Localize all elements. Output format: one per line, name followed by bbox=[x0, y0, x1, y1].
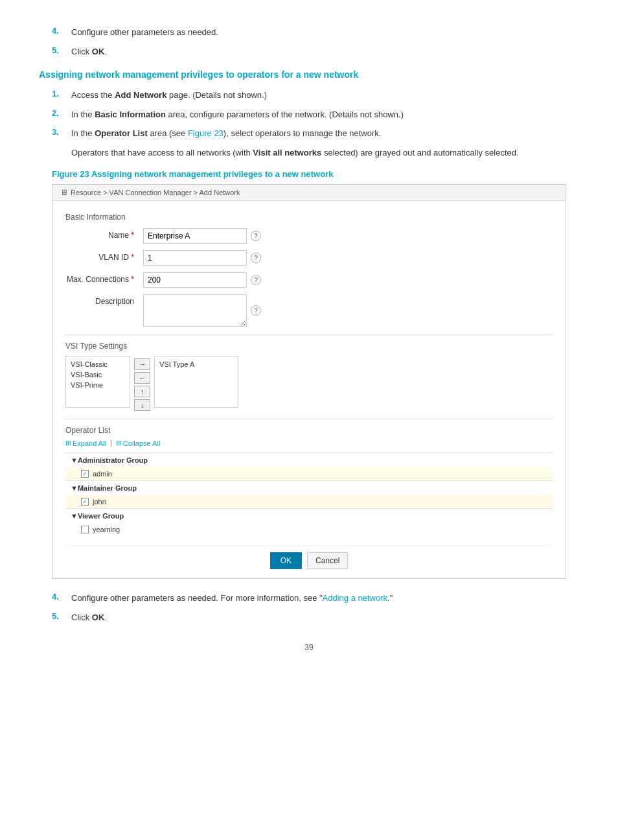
vsi-list-item-classic[interactable]: VSI-Classic bbox=[69, 359, 127, 369]
step-item: 2. In the Basic Information area, config… bbox=[39, 108, 579, 121]
step-text: In the Basic Information area, configure… bbox=[71, 108, 404, 121]
operator-group-viewer: ▼ Viewer Group yearning bbox=[65, 508, 553, 536]
collapse-label: Collapse All bbox=[123, 439, 160, 447]
maintainer-group-header[interactable]: ▼ Maintainer Group bbox=[65, 480, 553, 495]
vlanid-help-icon[interactable]: ? bbox=[251, 253, 261, 263]
vsi-add-button[interactable]: → bbox=[134, 358, 150, 370]
step-item: 1. Access the Add Network page. (Details… bbox=[39, 89, 579, 102]
collapse-all-link[interactable]: ⊟ Collapse All bbox=[116, 439, 160, 447]
operator-group-maintainer: ▼ Maintainer Group john bbox=[65, 480, 553, 508]
form-row-maxconn: Max. Connections * ? bbox=[65, 272, 553, 288]
maintainer-group-name: Maintainer Group bbox=[78, 484, 137, 492]
step3-note: Operators that have access to all networ… bbox=[71, 146, 579, 159]
step-number: 1. bbox=[52, 89, 71, 102]
basic-info-label: Basic Information bbox=[65, 213, 553, 222]
vsi-section-label: VSI Type Settings bbox=[65, 342, 553, 351]
vsi-area: VSI-Classic VSI-Basic VSI-Prime → ← ↑ ↓ … bbox=[65, 356, 553, 411]
admin-checkbox[interactable] bbox=[81, 470, 89, 478]
figure-caption: Figure 23 Assigning network management p… bbox=[52, 169, 579, 179]
ok-button[interactable]: OK bbox=[270, 552, 302, 569]
top-steps: 4. Configure other parameters as needed.… bbox=[39, 26, 579, 58]
vsi-list-item-basic[interactable]: VSI-Basic bbox=[69, 369, 127, 380]
step-item-4: 4. Configure other parameters as needed.… bbox=[39, 592, 579, 605]
description-textarea[interactable] bbox=[143, 294, 247, 327]
admin-group-name: Administrator Group bbox=[78, 456, 148, 464]
triangle-icon: ▼ bbox=[71, 512, 78, 520]
maxconn-input-wrap: ? bbox=[143, 272, 553, 288]
step-text: Access the Add Network page. (Details no… bbox=[71, 89, 267, 102]
form-row-name: Name * ? bbox=[65, 228, 553, 244]
viewer-group-header[interactable]: ▼ Viewer Group bbox=[65, 508, 553, 523]
yearning-user-row: yearning bbox=[65, 523, 553, 536]
vlanid-input[interactable] bbox=[143, 250, 247, 266]
vsi-left-list[interactable]: VSI-Classic VSI-Basic VSI-Prime bbox=[65, 356, 130, 408]
adding-network-link[interactable]: Adding a network bbox=[323, 593, 387, 603]
viewer-group-name: Viewer Group bbox=[78, 512, 124, 520]
john-checkbox[interactable] bbox=[81, 498, 89, 506]
step-text: Configure other parameters as needed. bbox=[71, 26, 218, 39]
maxconn-label: Max. Connections * bbox=[65, 272, 143, 284]
expand-label: Expand All bbox=[73, 439, 106, 447]
ui-panel: 🖥 Resource > VAN Connection Manager > Ad… bbox=[52, 184, 566, 579]
john-user-row: john bbox=[65, 495, 553, 508]
admin-user-row: admin bbox=[65, 467, 553, 480]
vsi-list-item-prime[interactable]: VSI-Prime bbox=[69, 380, 127, 390]
breadcrumb-icon: 🖥 bbox=[60, 188, 68, 197]
middle-steps: 1. Access the Add Network page. (Details… bbox=[39, 89, 579, 140]
step-item: 3. In the Operator List area (see Figure… bbox=[39, 127, 579, 140]
vsi-up-button[interactable]: ↑ bbox=[134, 386, 150, 397]
step-item: 5. Click OK. bbox=[39, 45, 579, 58]
divider1 bbox=[65, 334, 553, 335]
description-help-icon[interactable]: ? bbox=[251, 305, 261, 316]
panel-body: Basic Information Name * ? VLAN ID * ? M… bbox=[52, 201, 566, 578]
breadcrumb-text: Resource > VAN Connection Manager > Add … bbox=[71, 189, 240, 196]
separator: | bbox=[110, 439, 112, 447]
expand-collapse-links: ⊞ Expand All | ⊟ Collapse All bbox=[65, 439, 553, 447]
figure-link[interactable]: Figure 23 bbox=[188, 128, 223, 138]
triangle-icon: ▼ bbox=[71, 456, 78, 464]
vsi-down-button[interactable]: ↓ bbox=[134, 399, 150, 411]
vsi-right-list[interactable]: VSI Type A bbox=[154, 356, 238, 408]
name-label: Name * bbox=[65, 228, 143, 240]
name-input[interactable] bbox=[143, 228, 247, 244]
maxconn-input[interactable] bbox=[143, 272, 247, 288]
divider2 bbox=[65, 419, 553, 419]
step-item: 4. Configure other parameters as needed. bbox=[39, 26, 579, 39]
yearning-username: yearning bbox=[93, 526, 120, 533]
bottom-steps: 4. Configure other parameters as needed.… bbox=[39, 592, 579, 624]
collapse-icon: ⊟ bbox=[116, 439, 122, 447]
form-buttons: OK Cancel bbox=[65, 545, 553, 569]
panel-breadcrumb: 🖥 Resource > VAN Connection Manager > Ad… bbox=[52, 185, 566, 201]
expand-all-link[interactable]: ⊞ Expand All bbox=[65, 439, 106, 447]
vsi-buttons: → ← ↑ ↓ bbox=[134, 356, 150, 411]
expand-icon: ⊞ bbox=[65, 439, 71, 447]
step-number: 5. bbox=[52, 45, 71, 58]
operator-list-label: Operator List bbox=[65, 426, 553, 435]
john-username: john bbox=[93, 498, 106, 506]
step-item-5: 5. Click OK. bbox=[39, 611, 579, 624]
form-row-description: Description ? bbox=[65, 294, 553, 327]
yearning-checkbox[interactable] bbox=[81, 526, 89, 533]
vsi-selected-item-a: VSI Type A bbox=[157, 359, 235, 369]
description-input-wrap: ? bbox=[143, 294, 553, 327]
cancel-button[interactable]: Cancel bbox=[307, 552, 348, 569]
description-label: Description bbox=[65, 294, 143, 306]
step-number: 2. bbox=[52, 108, 71, 121]
vlanid-input-wrap: ? bbox=[143, 250, 553, 266]
admin-username: admin bbox=[93, 470, 112, 478]
triangle-icon: ▼ bbox=[71, 484, 78, 492]
step-text: Click OK. bbox=[71, 45, 107, 58]
vsi-remove-button[interactable]: ← bbox=[134, 372, 150, 384]
name-input-wrap: ? bbox=[143, 228, 553, 244]
step-number: 4. bbox=[52, 26, 71, 39]
name-help-icon[interactable]: ? bbox=[251, 231, 261, 241]
maxconn-help-icon[interactable]: ? bbox=[251, 275, 261, 285]
page-number: 39 bbox=[39, 643, 579, 652]
operator-group-admin: ▼ Administrator Group admin bbox=[65, 452, 553, 480]
step-number: 3. bbox=[52, 127, 71, 140]
step-text: In the Operator List area (see Figure 23… bbox=[71, 127, 381, 140]
form-row-vlanid: VLAN ID * ? bbox=[65, 250, 553, 266]
section-heading: Assigning network management privileges … bbox=[39, 69, 579, 80]
step-number: 5. bbox=[52, 611, 71, 624]
admin-group-header[interactable]: ▼ Administrator Group bbox=[65, 452, 553, 467]
